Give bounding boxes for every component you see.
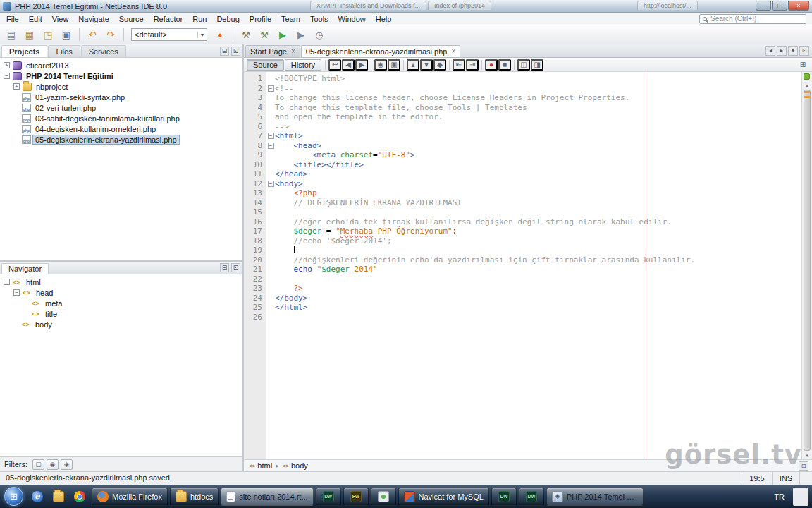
line-number[interactable]: 3 bbox=[244, 93, 266, 103]
taskbar-button-dw[interactable]: Dw bbox=[316, 488, 341, 506]
maximize-button[interactable]: ▢ bbox=[772, 1, 787, 11]
line-number[interactable]: 21 bbox=[244, 265, 266, 274]
tree-item-body[interactable]: body bbox=[0, 319, 242, 329]
code-text[interactable]: //değişkenleri değerinin echo'da yazdırı… bbox=[275, 255, 695, 265]
collapse-toggle-icon[interactable]: − bbox=[4, 73, 10, 79]
code-text[interactable]: <body> bbox=[275, 179, 303, 189]
previous-bookmark-button[interactable]: ▴ bbox=[407, 59, 419, 71]
forward-button[interactable]: ▶ bbox=[355, 59, 368, 71]
taskbar-button-site-notlar-2014-rt[interactable]: site notları 2014.rt... bbox=[221, 488, 313, 506]
tree-item-meta[interactable]: meta bbox=[0, 298, 242, 308]
line-number[interactable]: 7 bbox=[244, 131, 266, 141]
tree-item-03-sabit-degisken-tanimlama-kurallari-php[interactable]: 03-sabit-degisken-tanimlama-kurallari.ph… bbox=[0, 113, 242, 123]
highlight-occurrences-button[interactable]: ▣ bbox=[388, 59, 400, 71]
code-text[interactable]: <html> bbox=[275, 131, 303, 141]
minimize-navigator-button[interactable]: ⊟ bbox=[220, 263, 229, 272]
taskbar-button-fw[interactable]: Fw bbox=[343, 488, 369, 506]
code-text[interactable]: //echo '$deger 2014'; bbox=[275, 236, 392, 246]
code-text[interactable]: --> bbox=[275, 122, 289, 132]
menu-tools[interactable]: Tools bbox=[305, 13, 333, 25]
code-text[interactable]: </html> bbox=[275, 303, 307, 313]
editor-tab-start-page[interactable]: Start Page× bbox=[245, 45, 300, 57]
code-editor[interactable]: 1<!DOCTYPE html>2−<!--3To change this li… bbox=[244, 72, 801, 459]
view-source-button[interactable]: Source bbox=[247, 59, 284, 71]
menu-debug[interactable]: Debug bbox=[211, 13, 244, 25]
shift-right-button[interactable]: ⇥ bbox=[466, 59, 479, 71]
line-number[interactable]: 8 bbox=[244, 141, 266, 151]
internet-explorer-launcher[interactable]: e bbox=[27, 487, 47, 506]
taskbar-button-php-2014-temel-e[interactable]: PHP 2014 Temel E... bbox=[546, 488, 644, 506]
scroll-up-icon[interactable]: ▴ bbox=[802, 83, 812, 87]
code-text[interactable]: <meta charset="UTF-8"> bbox=[275, 150, 415, 160]
find-selection-button[interactable]: ◉ bbox=[374, 59, 387, 71]
tree-item-01-yazim-sekli-syntax-php[interactable]: 01-yazim-sekli-syntax.php bbox=[0, 92, 242, 102]
taskbar-button-dw[interactable]: Dw bbox=[519, 488, 544, 506]
scroll-down-icon[interactable]: ▾ bbox=[802, 453, 812, 458]
quick-search-box[interactable] bbox=[699, 14, 806, 24]
code-text[interactable]: To change this license header, choose Li… bbox=[275, 93, 629, 103]
clean-build-button[interactable]: ⚒ bbox=[256, 27, 273, 42]
minimize-button[interactable]: – bbox=[756, 1, 771, 11]
new-project-button[interactable]: ▦ bbox=[21, 27, 38, 42]
editor-tab-05-degiskenlerin-ekrana-yazdirilmasi-php[interactable]: 05-degiskenlerin-ekrana-yazdirilmasi.php… bbox=[301, 45, 460, 57]
back-button[interactable]: ◀ bbox=[342, 59, 355, 71]
line-number[interactable]: 20 bbox=[244, 255, 266, 265]
taskbar-button-navicat-for-mysql[interactable]: Navicat for MySQL bbox=[398, 488, 489, 506]
menu-file[interactable]: File bbox=[1, 13, 24, 25]
undo-button[interactable]: ↶ bbox=[84, 27, 101, 42]
tab-list-button[interactable]: ▾ bbox=[788, 46, 798, 56]
uncomment-button[interactable]: ◨ bbox=[531, 59, 543, 71]
comment-button[interactable]: ◫ bbox=[517, 59, 530, 71]
filter-button-1[interactable]: ▢ bbox=[32, 459, 44, 470]
build-project-button[interactable]: ⚒ bbox=[238, 27, 254, 42]
navigator-tab[interactable]: Navigator bbox=[1, 263, 49, 274]
toggle-bookmark-button[interactable]: ◆ bbox=[433, 59, 446, 71]
tree-item-eticaret2013[interactable]: +eticaret2013 bbox=[0, 60, 242, 71]
close-button[interactable]: × bbox=[788, 1, 809, 11]
explorer-launcher[interactable] bbox=[49, 487, 68, 506]
line-number[interactable]: 15 bbox=[244, 207, 266, 217]
line-number[interactable]: 4 bbox=[244, 103, 266, 113]
tree-item-05-degiskenlerin-ekrana-yazdirilmasi-php[interactable]: 05-degiskenlerin-ekrana-yazdirilmasi.php bbox=[0, 134, 242, 145]
start-macro-button[interactable]: ● bbox=[485, 59, 498, 71]
maximize-editor-button[interactable]: ⊡ bbox=[799, 46, 809, 56]
line-number[interactable]: 16 bbox=[244, 217, 266, 227]
last-edit-button[interactable]: ↩ bbox=[328, 59, 341, 71]
line-number[interactable]: 24 bbox=[244, 294, 266, 303]
line-number[interactable]: 25 bbox=[244, 303, 266, 313]
shift-left-button[interactable]: ⇤ bbox=[453, 59, 465, 71]
line-number[interactable]: 11 bbox=[244, 169, 266, 179]
open-project-button[interactable]: ◳ bbox=[39, 27, 56, 42]
expand-toggle-icon[interactable]: + bbox=[4, 62, 10, 68]
collapse-toggle-icon[interactable]: − bbox=[13, 289, 20, 296]
line-number[interactable]: 6 bbox=[244, 122, 266, 132]
fold-toggle-icon[interactable]: − bbox=[268, 133, 274, 139]
close-tab-icon[interactable]: × bbox=[451, 49, 455, 54]
panel-tab-projects[interactable]: Projects bbox=[1, 45, 47, 57]
taskbar-button-app[interactable] bbox=[371, 488, 396, 506]
line-number[interactable]: 17 bbox=[244, 226, 266, 236]
menu-edit[interactable]: Edit bbox=[24, 13, 47, 25]
menu-navigate[interactable]: Navigate bbox=[73, 13, 113, 25]
menu-team[interactable]: Team bbox=[276, 13, 305, 25]
scrollbar-thumb[interactable] bbox=[804, 90, 811, 451]
collapse-toggle-icon[interactable]: − bbox=[4, 279, 10, 285]
menu-refactor[interactable]: Refactor bbox=[149, 13, 188, 25]
chrome-launcher[interactable] bbox=[70, 487, 90, 506]
line-number[interactable]: 13 bbox=[244, 188, 266, 198]
line-number[interactable]: 1 bbox=[244, 74, 266, 84]
run-project-button[interactable]: ▶ bbox=[274, 27, 291, 42]
taskbar-button-htdocs[interactable]: htdocs bbox=[170, 488, 219, 506]
line-number[interactable]: 14 bbox=[244, 198, 266, 208]
float-panel-button[interactable]: ⊡ bbox=[231, 47, 240, 56]
minimize-panel-button[interactable]: ⊟ bbox=[220, 47, 229, 56]
code-text[interactable]: ?> bbox=[275, 284, 303, 294]
new-file-button[interactable]: ▤ bbox=[3, 27, 20, 42]
split-document-button[interactable]: ⊞ bbox=[796, 59, 809, 71]
menu-profile[interactable]: Profile bbox=[245, 13, 276, 25]
tree-item-title[interactable]: title bbox=[0, 308, 242, 319]
taskbar-button-mozilla-firefox[interactable]: Mozilla Firefox bbox=[92, 488, 168, 506]
line-number[interactable]: 22 bbox=[244, 274, 266, 284]
code-text[interactable]: <!-- bbox=[275, 84, 294, 94]
config-combobox[interactable]: <default>▾ bbox=[131, 28, 207, 41]
